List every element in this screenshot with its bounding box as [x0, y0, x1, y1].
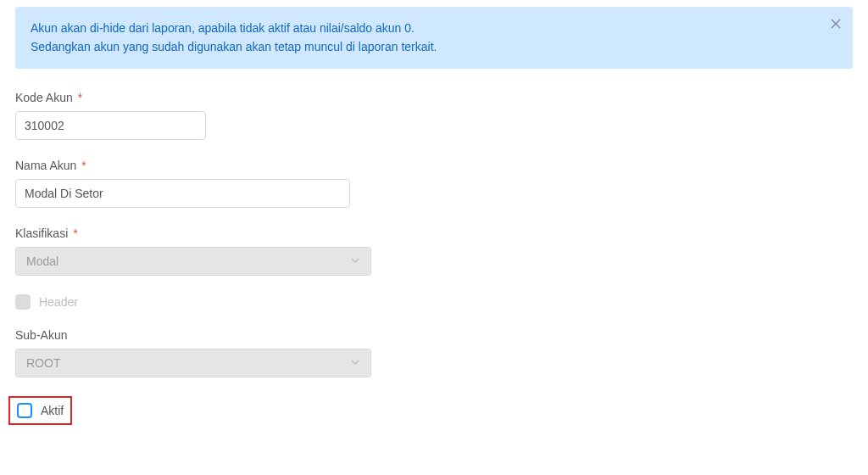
label-kode-akun: Kode Akun *: [15, 91, 853, 104]
kode-akun-input[interactable]: [15, 111, 206, 140]
aktif-highlight: Aktif: [8, 396, 72, 425]
label-text: Nama Akun: [15, 159, 76, 172]
chevron-down-icon: [350, 254, 360, 268]
required-marker: *: [81, 159, 86, 172]
alert-line-1: Akun akan di-hide dari laporan, apabila …: [31, 19, 819, 37]
field-header: Header: [15, 294, 853, 310]
label-sub-akun: Sub-Akun: [15, 328, 853, 342]
header-label: Header: [39, 295, 78, 309]
label-text: Sub-Akun: [15, 328, 67, 342]
aktif-label: Aktif: [41, 404, 64, 417]
field-nama-akun: Nama Akun *: [15, 159, 853, 208]
alert-line-2: Sedangkan akun yang sudah digunakan akan…: [31, 37, 819, 56]
field-sub-akun: Sub-Akun ROOT: [15, 328, 853, 377]
label-text: Kode Akun: [15, 91, 73, 104]
field-aktif: Aktif: [15, 396, 853, 425]
header-checkbox: [15, 294, 31, 310]
label-klasifikasi: Klasifikasi *: [15, 226, 853, 240]
label-nama-akun: Nama Akun *: [15, 159, 853, 172]
nama-akun-input[interactable]: [15, 179, 350, 208]
label-text: Klasifikasi: [15, 226, 68, 240]
aktif-checkbox[interactable]: [17, 403, 32, 418]
field-klasifikasi: Klasifikasi * Modal: [15, 226, 853, 276]
info-alert: Akun akan di-hide dari laporan, apabila …: [15, 7, 853, 69]
close-icon[interactable]: [831, 15, 841, 34]
sub-akun-select[interactable]: ROOT: [15, 349, 371, 377]
klasifikasi-select[interactable]: Modal: [15, 247, 371, 276]
chevron-down-icon: [350, 356, 360, 370]
select-value: ROOT: [26, 356, 60, 370]
field-kode-akun: Kode Akun *: [15, 91, 853, 140]
required-marker: *: [78, 91, 82, 104]
select-value: Modal: [26, 254, 58, 268]
required-marker: *: [73, 226, 77, 240]
